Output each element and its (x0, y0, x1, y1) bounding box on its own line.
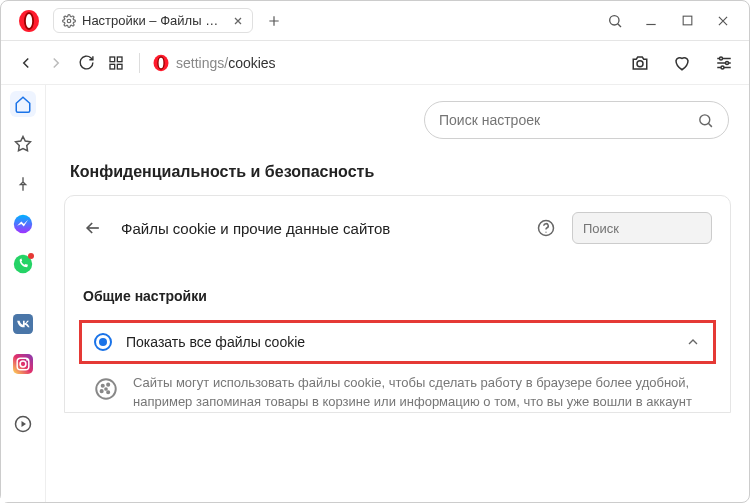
help-icon[interactable] (534, 219, 558, 237)
sidebar-whatsapp-icon[interactable] (10, 251, 36, 277)
svg-point-33 (107, 391, 109, 393)
svg-rect-20 (13, 354, 33, 374)
settings-content: Конфиденциальность и безопасность Файлы … (46, 85, 749, 502)
address-bar: settings/cookies (1, 41, 749, 85)
option-description-row: Сайты могут использовать файлы cookie, ч… (65, 364, 730, 412)
browser-window: Настройки – Файлы cookie (0, 0, 750, 503)
cookie-icon (93, 376, 119, 402)
search-icon (697, 112, 714, 129)
option-label: Показать все файлы cookie (126, 334, 671, 350)
svg-point-34 (105, 388, 107, 390)
svg-point-27 (545, 232, 546, 233)
notification-badge (28, 253, 34, 259)
settings-search[interactable] (424, 101, 729, 139)
reload-button[interactable] (71, 48, 101, 78)
url-prefix: settings/ (176, 55, 228, 71)
sidebar-messenger-icon[interactable] (10, 211, 36, 237)
site-identity-icon[interactable] (152, 54, 170, 72)
svg-point-12 (159, 57, 164, 68)
svg-point-13 (637, 60, 643, 66)
panel-search[interactable] (572, 212, 712, 244)
maximize-button[interactable] (673, 7, 701, 35)
sidebar-pinboards-icon[interactable] (10, 171, 36, 197)
tab-title: Настройки – Файлы cookie (82, 13, 224, 28)
sidebar-home-icon[interactable] (10, 91, 36, 117)
svg-rect-7 (117, 57, 122, 62)
svg-point-30 (102, 385, 104, 387)
svg-rect-9 (117, 64, 122, 69)
browser-tab[interactable]: Настройки – Файлы cookie (53, 8, 253, 33)
back-button[interactable] (11, 48, 41, 78)
title-bar: Настройки – Файлы cookie (1, 1, 749, 41)
panel-search-input[interactable] (583, 221, 749, 236)
svg-point-31 (107, 384, 109, 386)
sidebar-vk-icon[interactable] (10, 311, 36, 337)
option-description: Сайты могут использовать файлы cookie, ч… (133, 374, 702, 412)
svg-rect-6 (110, 57, 115, 62)
sidebar (1, 85, 46, 502)
settings-search-input[interactable] (439, 112, 697, 128)
opera-logo (17, 9, 41, 33)
general-heading: Общие настройки (65, 260, 730, 314)
url-display[interactable]: settings/cookies (176, 55, 276, 71)
close-window-button[interactable] (709, 7, 737, 35)
titlebar-search-icon[interactable] (601, 7, 629, 35)
gear-icon (62, 14, 76, 28)
svg-point-15 (726, 61, 729, 64)
section-heading: Конфиденциальность и безопасность (46, 163, 749, 195)
close-tab-icon[interactable] (232, 15, 244, 27)
svg-point-23 (26, 359, 28, 361)
svg-point-25 (700, 114, 710, 124)
show-all-cookies-option[interactable]: Показать все файлы cookie (79, 320, 716, 364)
svg-rect-8 (110, 64, 115, 69)
easy-setup-icon[interactable] (709, 48, 739, 78)
chevron-up-icon[interactable] (685, 334, 701, 350)
sidebar-instagram-icon[interactable] (10, 351, 36, 377)
panel-header: Файлы cookie и прочие данные сайтов (65, 196, 730, 260)
minimize-button[interactable] (637, 7, 665, 35)
speed-dial-button[interactable] (101, 48, 131, 78)
panel-back-button[interactable] (83, 218, 107, 238)
svg-rect-5 (683, 16, 692, 25)
forward-button[interactable] (41, 48, 71, 78)
sidebar-player-icon[interactable] (10, 411, 36, 437)
svg-point-4 (610, 15, 619, 24)
new-tab-button[interactable] (263, 10, 285, 32)
snapshot-icon[interactable] (625, 48, 655, 78)
url-path: cookies (228, 55, 275, 71)
svg-point-2 (26, 14, 32, 28)
cookies-panel: Файлы cookie и прочие данные сайтов Общи… (64, 195, 731, 413)
radio-selected-icon[interactable] (94, 333, 112, 351)
heart-icon[interactable] (667, 48, 697, 78)
svg-point-32 (101, 390, 103, 392)
svg-point-3 (67, 19, 71, 23)
svg-point-16 (721, 66, 724, 69)
panel-title: Файлы cookie и прочие данные сайтов (121, 220, 520, 237)
content-area: Конфиденциальность и безопасность Файлы … (1, 85, 749, 502)
sidebar-bookmarks-icon[interactable] (10, 131, 36, 157)
svg-point-14 (720, 57, 723, 60)
